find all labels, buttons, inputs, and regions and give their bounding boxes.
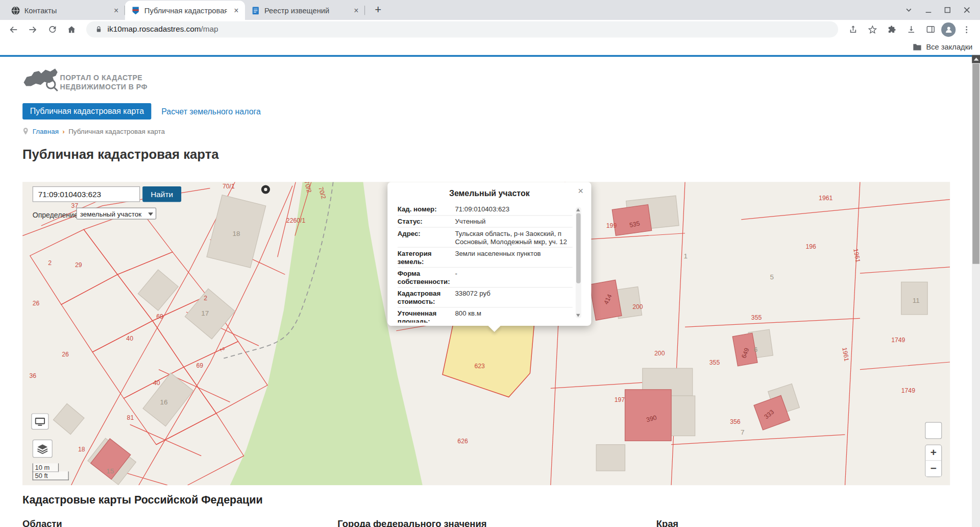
window-controls: [904, 0, 980, 20]
tab-strip: Контакты × Публичная кадастровая ка × Ре…: [0, 0, 980, 20]
back-icon[interactable]: [5, 21, 22, 38]
select-caret-icon: [148, 212, 153, 215]
popup-rows: Кад. номер:71:09:010403:623Статус:Учтенн…: [398, 203, 581, 323]
search-button[interactable]: Найти: [142, 186, 181, 202]
scrollbar-thumb[interactable]: [972, 64, 979, 264]
tab-contacts[interactable]: Контакты ×: [5, 1, 125, 20]
minimize-icon[interactable]: [924, 6, 933, 14]
profile-avatar[interactable]: [941, 22, 955, 36]
popup-field-row: Форма собственности:-: [398, 268, 573, 288]
footer-column-heading: Края: [656, 518, 678, 527]
share-icon[interactable]: [844, 21, 861, 38]
reload-icon[interactable]: [44, 21, 61, 38]
tab-close-icon[interactable]: ×: [111, 5, 121, 15]
portal-title-line1: ПОРТАЛ О КАДАСТРЕ: [60, 73, 148, 82]
breadcrumb: Главная › Публичная кадастровая карта: [22, 128, 165, 135]
side-panel-icon[interactable]: [922, 21, 939, 38]
field-label: Уточненная площадь:: [398, 309, 455, 323]
url-text: ik10map.roscadastres.com/map: [108, 25, 218, 34]
tab-close-icon[interactable]: ×: [231, 5, 241, 15]
extensions-puzzle-icon[interactable]: [883, 21, 900, 38]
object-type-value: земельный участок: [80, 210, 141, 218]
breadcrumb-current: Публичная кадастровая карта: [68, 128, 165, 135]
popup-title: Земельный участок: [387, 182, 591, 203]
screen-icon: [35, 417, 45, 425]
portal-logo-russia-map-icon: [22, 66, 59, 93]
home-icon[interactable]: [63, 21, 80, 38]
attribution-control-button[interactable]: [925, 422, 942, 439]
close-window-icon[interactable]: [963, 6, 971, 14]
tab-title: Контакты: [24, 6, 107, 15]
zoom-out-button[interactable]: −: [925, 461, 941, 476]
field-value: 800 кв.м: [455, 309, 572, 323]
breadcrumb-home-link[interactable]: Главная: [33, 128, 59, 135]
zoom-in-button[interactable]: +: [925, 445, 941, 461]
popup-scrollbar-thumb[interactable]: [576, 213, 581, 283]
all-bookmarks-label[interactable]: Все закладки: [926, 42, 972, 51]
footer-heading: Кадастровые карты Российской Федерации: [22, 493, 262, 507]
scale-metric: 10 m: [33, 463, 59, 472]
browser-toolbar: ik10map.roscadastres.com/map: [0, 20, 980, 39]
field-label: Категория земель:: [398, 250, 455, 266]
field-label: Кадастровая стоимость:: [398, 290, 455, 305]
page-title: Публичная кадастровая карта: [22, 147, 219, 162]
document-favicon-icon: [251, 6, 260, 15]
field-value: 338072 руб: [455, 290, 572, 305]
filter-label: Определение:: [33, 211, 80, 219]
layers-icon: [37, 444, 48, 454]
field-value: 71:09:010403:623: [455, 205, 572, 213]
lock-icon: [95, 26, 103, 33]
bookmarks-folder-icon: [913, 43, 922, 51]
popup-scroll-up-icon[interactable]: [576, 208, 580, 211]
popup-close-icon[interactable]: ×: [576, 185, 586, 196]
breadcrumb-separator: ›: [62, 128, 64, 135]
page-scrollbar[interactable]: [972, 55, 980, 527]
tab-cadastral-map[interactable]: Публичная кадастровая ка ×: [125, 1, 245, 20]
site-content: ПОРТАЛ О КАДАСТРЕ НЕДВИЖИМОСТИ В РФ Публ…: [0, 57, 972, 527]
footer-column-heading: Области: [22, 518, 62, 527]
popup-scroll-down-icon[interactable]: [576, 314, 580, 317]
scale-control: 10 m 50 ft: [33, 463, 69, 480]
browser-menu-kebab-icon[interactable]: [958, 21, 975, 38]
tab-title: Реестр извещений: [264, 6, 347, 15]
popup-scrollbar[interactable]: [576, 207, 581, 318]
popup-field-row: Адрес:Тульская область, р-н Заокский, п …: [398, 228, 573, 248]
maximize-icon[interactable]: [944, 6, 951, 14]
field-label: Форма собственности:: [398, 270, 455, 285]
fullscreen-control-button[interactable]: [31, 413, 48, 429]
portal-title: ПОРТАЛ О КАДАСТРЕ НЕДВИЖИМОСТИ В РФ: [60, 73, 148, 92]
new-tab-button[interactable]: +: [370, 2, 386, 18]
map-point-marker-inner: [264, 188, 267, 191]
popup-field-row: Кадастровая стоимость:338072 руб: [398, 288, 573, 307]
field-value: Земли населенных пунктов: [455, 250, 572, 266]
forward-icon[interactable]: [24, 21, 41, 38]
globe-favicon-icon: [11, 6, 20, 15]
address-bar[interactable]: ik10map.roscadastres.com/map: [86, 21, 838, 38]
nav-tab-land-tax[interactable]: Расчет земельного налога: [161, 107, 261, 116]
parcel-info-popup: Земельный участок × Кад. номер:71:09:010…: [387, 182, 591, 326]
popup-field-row: Статус:Учтенный: [398, 215, 573, 228]
field-label: Адрес:: [398, 229, 455, 245]
url-domain: ik10map.roscadastres.com: [108, 25, 201, 34]
tab-close-icon[interactable]: ×: [351, 5, 361, 15]
browser-window: Контакты × Публичная кадастровая ка × Ре…: [0, 0, 980, 527]
downloads-icon[interactable]: [902, 21, 919, 38]
site-nav: Публичная кадастровая карта Расчет земел…: [22, 103, 261, 119]
bookmark-star-icon[interactable]: [864, 21, 880, 38]
field-value: Тульская область, р-н Заокский, п Соснов…: [455, 229, 572, 245]
url-path: /map: [201, 25, 218, 34]
bookmarks-bar: Все закладки: [0, 39, 980, 55]
field-label: Статус:: [398, 218, 455, 225]
popup-field-row: Кад. номер:71:09:010403:623: [398, 203, 573, 215]
popup-field-row: Уточненная площадь:800 кв.м: [398, 307, 573, 322]
portal-title-line2: НЕДВИЖИМОСТИ В РФ: [60, 83, 148, 92]
layers-control-button[interactable]: [33, 440, 53, 458]
nav-tab-public-map[interactable]: Публичная кадастровая карта: [22, 103, 152, 119]
cadastral-number-search-input[interactable]: [33, 186, 140, 202]
scrollbar-up-arrow-icon[interactable]: [972, 55, 980, 63]
tab-search-chevron-icon[interactable]: [904, 6, 913, 14]
cadastral-map[interactable]: 70/170/270/22260/13718229266921740266923…: [22, 182, 950, 485]
tab-registry[interactable]: Реестр извещений ×: [245, 1, 365, 20]
scale-imperial: 50 ft: [33, 471, 69, 480]
object-type-select[interactable]: земельный участок: [76, 208, 156, 220]
